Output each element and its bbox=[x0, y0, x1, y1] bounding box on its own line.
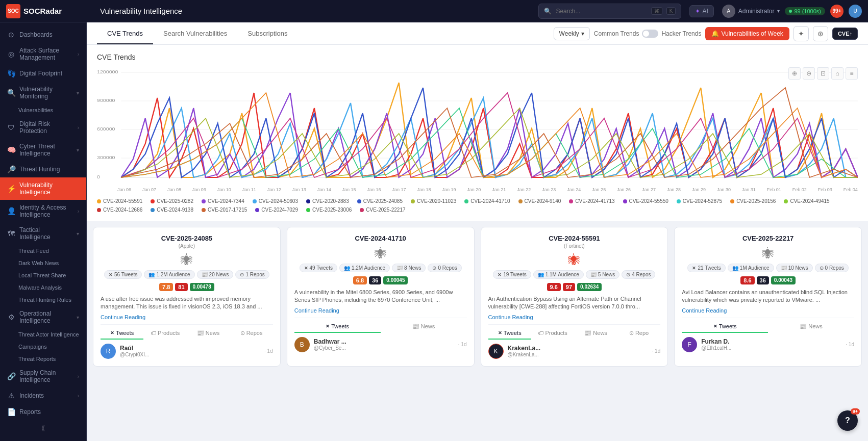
chart-zoom-fit-btn[interactable]: ⊡ bbox=[817, 67, 829, 80]
cyber-threat-icon: 🧠 bbox=[7, 146, 15, 154]
tab-subscriptions[interactable]: Subscriptions bbox=[237, 22, 297, 44]
ai-button[interactable]: ✦ AI bbox=[689, 5, 713, 17]
card-tab-repos-1[interactable]: ⊙ Repos bbox=[230, 328, 272, 340]
tweet-avatar-2: B bbox=[294, 337, 310, 352]
sidebar-sub-malware-analysis[interactable]: Malware Analysis bbox=[0, 281, 86, 294]
sidebar-item-supply-chain[interactable]: 🔗 Supply Chain Intelligence › bbox=[0, 365, 86, 387]
card-tab-news-3[interactable]: 📰 News bbox=[574, 328, 617, 340]
chart-container: ⊕ ⊖ ⊡ ⌂ ≡ 1200000 900000 600000 300000 0 bbox=[97, 67, 858, 190]
chevron-right-icon: › bbox=[78, 125, 79, 131]
chart-home-btn[interactable]: ⌂ bbox=[831, 67, 844, 80]
card-tab-repos-3[interactable]: ⊙ Repo bbox=[617, 328, 660, 340]
continue-reading-4[interactable]: Continue Reading bbox=[682, 307, 854, 314]
card-tab-news-2[interactable]: 📰 News bbox=[381, 321, 467, 333]
tweet-info-4: Furkan D. @Eth1calH... bbox=[701, 338, 841, 351]
sidebar-sub-dark-web[interactable]: Dark Web News bbox=[0, 257, 86, 269]
search-kbd-k: K bbox=[666, 7, 676, 15]
continue-reading-2[interactable]: Continue Reading bbox=[294, 307, 467, 314]
search-input[interactable] bbox=[556, 8, 647, 15]
sidebar-sub-threat-feed[interactable]: Threat Feed bbox=[0, 245, 86, 257]
card-description-2: A vulnerability in the Mitel 6800 Series… bbox=[294, 289, 467, 304]
continue-reading-1[interactable]: Continue Reading bbox=[101, 314, 273, 320]
chevron-right-icon: › bbox=[78, 209, 79, 214]
chart-zoom-out-btn[interactable]: ⊖ bbox=[803, 67, 815, 80]
sidebar-item-vuln-monitoring[interactable]: 🔍 Vulnerability Monitoring ▾ bbox=[0, 82, 86, 104]
sidebar-item-tactical-intel[interactable]: 🗺 Tactical Intelligence ▾ bbox=[0, 222, 86, 245]
scores-row-1: 7.8 81 0.00478 bbox=[101, 283, 273, 291]
stat-news-2: 📰8 News bbox=[392, 264, 426, 272]
chart-zoom-in-btn[interactable]: ⊕ bbox=[788, 67, 801, 80]
legend-cve5: CVE-2020-2883 bbox=[306, 198, 349, 204]
sidebar-item-digital-risk[interactable]: 🛡 Digital Risk Protection › bbox=[0, 116, 86, 139]
common-trends-label: Common Trends bbox=[594, 30, 639, 37]
card-tab-label: Tweets bbox=[719, 323, 737, 329]
cve-card-2: CVE-2024-41710 🕷 ✕49 Tweets 👥1.2M Audien… bbox=[287, 227, 475, 367]
legend-cve16: CVE-2024-9138 bbox=[151, 207, 193, 213]
card-tab-tweets-4[interactable]: ✕ Tweets bbox=[682, 321, 768, 333]
secondary-avatar[interactable]: U bbox=[849, 5, 862, 18]
common-trends-toggle: Common Trends Hacker Trends bbox=[594, 30, 702, 38]
card-tab-news-4[interactable]: 📰 News bbox=[768, 321, 854, 333]
sidebar-sub-local-threat[interactable]: Local Threat Share bbox=[0, 269, 86, 281]
sidebar-sub-label: Campaigns bbox=[18, 344, 47, 350]
card-cve-id-3: CVE-2024-55591 bbox=[488, 235, 661, 242]
github-icon: ⊙ bbox=[626, 272, 630, 277]
sidebar-item-operational-intel[interactable]: ⚙ Operational Intelligence ▾ bbox=[0, 306, 86, 328]
legend-cve2: CVE-2025-0282 bbox=[151, 198, 193, 204]
add-button[interactable]: ⊕ bbox=[813, 26, 828, 41]
vuln-week-button[interactable]: 🔔 Vulnerabilities of Week bbox=[705, 27, 789, 40]
sidebar-item-threat-hunting[interactable]: 🔎 Threat Hunting bbox=[0, 161, 86, 177]
main-layout: ⊙ Dashboards ◎ Attack Surface Management… bbox=[0, 22, 868, 441]
card-tabs-3: ✕ Tweets 🏷 Products 📰 News ⊙ Repo bbox=[488, 324, 661, 340]
tweet-handle-4: @Eth1calH... bbox=[701, 345, 841, 351]
x-tab-icon: ✕ bbox=[110, 330, 114, 335]
card-description-1: A use after free issue was addressed wit… bbox=[101, 295, 273, 311]
card-tab-label: Repos bbox=[246, 330, 263, 336]
help-button[interactable]: ? 9+ bbox=[837, 410, 858, 431]
search-bar[interactable]: 🔍 ⌘ K bbox=[538, 4, 681, 19]
card-tab-tweets-1[interactable]: ✕ Tweets bbox=[101, 328, 143, 340]
tab-cve-trends[interactable]: CVE Trends bbox=[97, 22, 153, 44]
sidebar-item-identity-access[interactable]: 👤 Identity & Access Intelligence › bbox=[0, 200, 86, 222]
chart-menu-btn[interactable]: ≡ bbox=[846, 67, 858, 80]
tag-icon: 🏷 bbox=[538, 330, 543, 336]
sidebar-sub-threat-reports[interactable]: Threat Reports bbox=[0, 353, 86, 365]
tweet-avatar-4: F bbox=[682, 337, 697, 352]
sidebar-item-digital-footprint[interactable]: 👣 Digital Footprint bbox=[0, 65, 86, 82]
sidebar-item-cyber-threat[interactable]: 🧠 Cyber Threat Intelligence ▾ bbox=[0, 139, 86, 161]
sidebar-sub-threat-actor[interactable]: Threat Actor Intelligence bbox=[0, 328, 86, 341]
sidebar-item-incidents[interactable]: ⚠ Incidents › bbox=[0, 387, 86, 404]
sidebar-sub-campaigns[interactable]: Campaigns bbox=[0, 341, 86, 353]
continue-reading-3[interactable]: Continue Reading bbox=[488, 314, 661, 320]
card-tab-products-3[interactable]: 🏷 Products bbox=[531, 328, 574, 340]
content-area: CVE Trends Search Vulnerabilities Subscr… bbox=[87, 22, 868, 441]
period-select[interactable]: Weekly ▾ bbox=[554, 27, 590, 40]
score-epss-val-2: 0.00045 bbox=[383, 276, 408, 284]
stat-audience-3: 👥1.1M Audience bbox=[533, 270, 584, 279]
legend-cve9: CVE-2024-9140 bbox=[518, 198, 561, 204]
stat-audience-4: 👥1M Audience bbox=[728, 264, 774, 272]
card-tab-products-1[interactable]: 🏷 Products bbox=[143, 328, 186, 340]
search-kbd-cmd: ⌘ bbox=[651, 7, 662, 15]
sidebar-item-reports[interactable]: 📄 Reports bbox=[0, 404, 86, 420]
sidebar-item-attack-surface[interactable]: ◎ Attack Surface Management › bbox=[0, 43, 86, 65]
card-tab-tweets-3[interactable]: ✕ Tweets bbox=[488, 328, 531, 340]
sidebar-sub-vulnerabilities[interactable]: Vulnerabilities bbox=[0, 104, 86, 116]
common-trends-switch[interactable] bbox=[642, 30, 658, 38]
card-tab-news-1[interactable]: 📰 News bbox=[187, 328, 230, 340]
status-text: 99 (1000s) bbox=[794, 8, 821, 14]
notification-button[interactable]: 99+ bbox=[830, 5, 844, 18]
sidebar-collapse-btn[interactable]: ⟪ bbox=[0, 420, 86, 436]
card-bug-icon-3: 🕷 bbox=[488, 253, 661, 267]
card-tab-tweets-2[interactable]: ✕ Tweets bbox=[294, 321, 381, 333]
cve-card-4: CVE-2025-22217 🕷 ✕21 Tweets 👥1M Audience… bbox=[674, 227, 862, 367]
sidebar-sub-threat-hunting-rules[interactable]: Threat Hunting Rules bbox=[0, 294, 86, 306]
legend-cve15: CVE-2024-12686 bbox=[97, 207, 142, 213]
card-bug-icon-4: 🕷 bbox=[682, 246, 854, 261]
sidebar-item-vuln-intelligence[interactable]: ⚡ Vulnerability Intelligence bbox=[0, 177, 86, 200]
tab-search-vulnerabilities[interactable]: Search Vulnerabilities bbox=[153, 22, 237, 44]
cve-badge[interactable]: CVE↑ bbox=[832, 28, 858, 40]
sidebar-item-dashboards[interactable]: ⊙ Dashboards bbox=[0, 27, 86, 43]
people-icon: 👥 bbox=[538, 272, 544, 277]
star-button[interactable]: ✦ bbox=[793, 26, 809, 41]
